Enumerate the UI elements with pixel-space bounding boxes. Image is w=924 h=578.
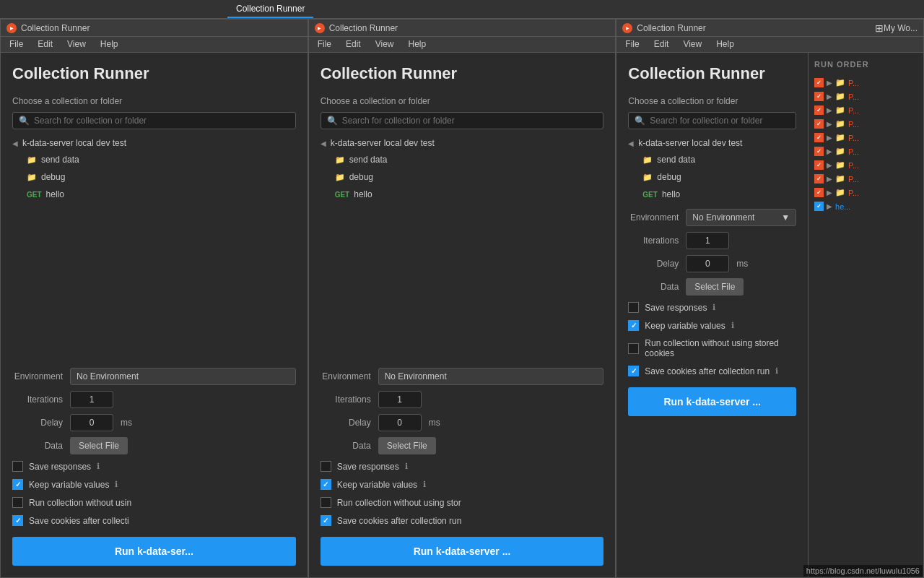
delay-input-3[interactable] <box>686 255 729 272</box>
folder-send-data-2[interactable]: 📁 send data <box>321 152 604 167</box>
checkbox-keep-vars-3[interactable] <box>628 320 639 331</box>
collection-header-2[interactable]: ◀ k-data-server local dev test <box>321 137 604 150</box>
menu-file-2[interactable]: File <box>315 38 334 51</box>
request-hello-2[interactable]: GET hello <box>321 187 604 202</box>
collection-header-1[interactable]: ◀ k-data-server local dev test <box>12 137 296 150</box>
select-file-btn-2[interactable]: Select File <box>378 437 436 454</box>
menu-view-1[interactable]: View <box>64 38 89 51</box>
triangle-icon-1: ◀ <box>12 139 18 147</box>
delay-input-2[interactable] <box>378 414 422 431</box>
run-order-arrow-1: ▶ <box>827 92 832 100</box>
info-icon-3b[interactable]: ℹ <box>731 321 734 330</box>
checkbox-label-1a: Save responses <box>29 462 91 472</box>
folder-debug-2[interactable]: 📁 debug <box>321 170 604 184</box>
request-hello-1[interactable]: GET hello <box>12 187 296 202</box>
iterations-input-1[interactable] <box>70 391 113 408</box>
menu-view-2[interactable]: View <box>372 38 397 51</box>
menu-edit-2[interactable]: Edit <box>343 38 364 51</box>
iterations-input-3[interactable] <box>686 232 729 249</box>
env-dropdown-1[interactable]: No Environment <box>70 368 296 385</box>
my-workspace-btn-3[interactable]: My Wo... <box>884 23 918 33</box>
menu-help-1[interactable]: Help <box>97 38 121 51</box>
search-input-1[interactable] <box>34 116 289 126</box>
checkbox-save-responses-1[interactable] <box>12 461 23 472</box>
iter-row-3: Iterations <box>628 232 796 249</box>
checkbox-save-responses-2[interactable] <box>321 461 331 472</box>
checkbox-no-cookies-1[interactable] <box>12 497 23 508</box>
run-order-text-0: P... <box>848 79 859 87</box>
checkbox-label-3c: Run collection without using stored cook… <box>645 338 796 358</box>
collection-header-3[interactable]: ◀ k-data-server local dev test <box>628 137 796 150</box>
info-icon-1a[interactable]: ℹ <box>97 462 100 471</box>
folder-debug-3[interactable]: 📁 debug <box>628 170 796 184</box>
checkbox-label-2a: Save responses <box>337 462 399 472</box>
run-button-3[interactable]: Run k-data-server ... <box>628 387 796 416</box>
env-dropdown-2[interactable]: No Environment <box>378 368 604 385</box>
folder-send-data-3[interactable]: 📁 send data <box>628 152 796 167</box>
collection-runner-tab[interactable]: Collection Runner <box>227 1 313 18</box>
get-badge-2: GET <box>335 191 350 199</box>
run-order-item-3: ▶📁P... <box>814 117 918 131</box>
config-section-1: Environment No Environment Iterations De… <box>12 368 296 527</box>
menu-edit-3[interactable]: Edit <box>651 38 672 51</box>
run-order-item-8: ▶📁P... <box>814 186 918 199</box>
search-input-2[interactable] <box>342 116 598 126</box>
info-icon-3d[interactable]: ℹ <box>775 366 778 376</box>
folder-icon-3a: 📁 <box>642 155 653 165</box>
env-dropdown-3[interactable]: No Environment ▼ <box>686 209 796 226</box>
folder-name-1a: send data <box>41 155 79 165</box>
checkbox-save-cookies-3[interactable] <box>628 366 639 376</box>
iterations-input-2[interactable] <box>378 391 422 408</box>
run-order-checkbox-2[interactable] <box>814 105 824 115</box>
checkbox-no-cookies-3[interactable] <box>628 343 639 354</box>
choose-label-3: Choose a collection or folder <box>628 96 796 106</box>
info-icon-3a[interactable]: ℹ <box>712 303 715 312</box>
checkbox-save-cookies-2[interactable] <box>321 515 331 526</box>
folder-debug-1[interactable]: 📁 debug <box>12 170 296 184</box>
menu-edit-1[interactable]: Edit <box>35 38 56 51</box>
window-content-2: Collection Runner Choose a collection or… <box>309 53 616 577</box>
folder-send-data-1[interactable]: 📁 send data <box>12 152 296 167</box>
select-file-btn-1[interactable]: Select File <box>70 437 128 454</box>
folder-name-2b: debug <box>349 172 373 182</box>
run-order-item-9: ▶he... <box>814 199 918 213</box>
menu-file-3[interactable]: File <box>622 38 642 51</box>
triangle-icon-2: ◀ <box>321 139 326 147</box>
select-file-btn-3[interactable]: Select File <box>686 278 744 296</box>
info-icon-1b[interactable]: ℹ <box>115 480 118 489</box>
window-2: Collection Runner File Edit View Help Co… <box>308 19 616 578</box>
run-order-checkbox-7[interactable] <box>814 174 824 184</box>
main-panel-3: Collection Runner Choose a collection or… <box>616 53 808 577</box>
run-order-checkbox-4[interactable] <box>814 133 824 142</box>
run-button-1[interactable]: Run k-data-ser... <box>12 537 296 566</box>
menu-help-2[interactable]: Help <box>406 38 430 51</box>
run-order-checkbox-5[interactable] <box>814 147 824 156</box>
run-order-checkbox-1[interactable] <box>814 92 824 101</box>
info-icon-2b[interactable]: ℹ <box>423 480 426 489</box>
checkbox-save-responses-3[interactable] <box>628 302 639 313</box>
run-order-folder-icon-8: 📁 <box>835 188 845 197</box>
window-title-3: Collection Runner <box>637 23 705 33</box>
run-order-arrow-6: ▶ <box>827 161 832 169</box>
search-input-3[interactable] <box>650 116 790 126</box>
run-order-text-6: P... <box>848 161 859 170</box>
request-hello-3[interactable]: GET hello <box>628 187 796 202</box>
info-icon-2a[interactable]: ℹ <box>405 462 408 471</box>
delay-row-2: Delay ms <box>321 414 604 431</box>
run-order-checkbox-0[interactable] <box>814 78 824 87</box>
run-button-2[interactable]: Run k-data-server ... <box>321 537 604 566</box>
menu-file-1[interactable]: File <box>6 38 26 51</box>
delay-input-1[interactable] <box>70 414 113 431</box>
run-order-checkbox-6[interactable] <box>814 160 824 170</box>
checkbox-save-cookies-1[interactable] <box>12 515 23 526</box>
run-order-item-2: ▶📁P... <box>814 103 918 117</box>
run-order-checkbox-3[interactable] <box>814 119 824 129</box>
checkbox-no-cookies-2[interactable] <box>321 497 331 508</box>
run-order-checkbox-9[interactable] <box>814 202 824 211</box>
checkbox-keep-vars-1[interactable] <box>12 479 23 490</box>
run-order-checkbox-8[interactable] <box>814 188 824 197</box>
menu-view-3[interactable]: View <box>680 38 705 51</box>
menu-help-3[interactable]: Help <box>713 38 737 51</box>
checkbox-keep-vars-2[interactable] <box>321 479 331 490</box>
menu-bar-2: File Edit View Help <box>309 37 616 53</box>
